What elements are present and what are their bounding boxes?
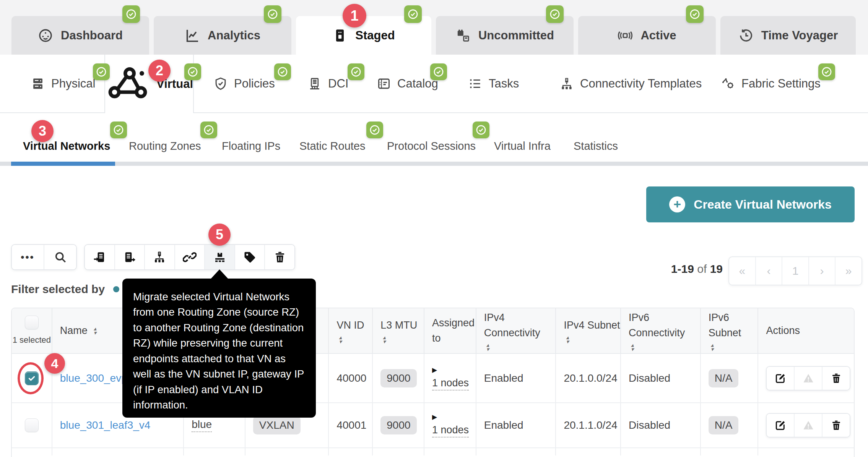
export-icon	[123, 250, 137, 264]
link-button[interactable]	[174, 245, 205, 269]
tab-catalog[interactable]: Catalog	[377, 55, 438, 112]
tasks-icon	[468, 76, 483, 91]
expand-caret-icon[interactable]: ▶	[432, 413, 469, 421]
sort-ipv4-connectivity[interactable]: ▴▾	[486, 343, 489, 351]
link-icon	[183, 250, 197, 264]
tab-virtual[interactable]: Virtual	[104, 55, 194, 113]
physical-check-icon	[93, 63, 110, 80]
prev-page-button[interactable]: ‹	[755, 257, 782, 285]
tab-statistics[interactable]: Statistics	[574, 140, 618, 152]
tab-static-routes[interactable]: Static Routes	[299, 140, 365, 152]
vn-id-value: 40001	[336, 419, 366, 431]
tab-virtual-networks[interactable]: Virtual Networks	[23, 140, 110, 152]
migrate-virtual-networks-button[interactable]	[204, 245, 234, 269]
assigned-nodes-link[interactable]: 1 nodes	[432, 424, 469, 438]
tab-policies[interactable]: Policies	[213, 55, 275, 112]
filter-all-radio[interactable]	[113, 286, 119, 292]
edit-icon	[774, 372, 787, 384]
selected-count: 1 selected	[13, 334, 51, 346]
policies-icon	[213, 76, 228, 91]
dci-icon	[307, 76, 322, 91]
sub-tab-bar: Virtual Networks Routing Zones Floating …	[0, 113, 868, 167]
current-page-button[interactable]: 1	[782, 257, 808, 285]
create-virtual-networks-button[interactable]: + Create Virtual Networks	[646, 186, 855, 222]
tab-virtual-infra[interactable]: Virtual Infra	[494, 140, 551, 152]
edit-button[interactable]	[767, 367, 794, 390]
row-checkbox[interactable]	[25, 371, 39, 385]
tag-button[interactable]	[234, 245, 265, 269]
import-virtual-networks-button[interactable]	[85, 245, 114, 269]
tab-routing-zones[interactable]: Routing Zones	[129, 140, 201, 152]
select-all-checkbox[interactable]	[25, 316, 39, 329]
first-page-button[interactable]: «	[729, 257, 755, 285]
assign-nodes-icon	[153, 250, 166, 264]
annotation-step-3: 3	[31, 120, 54, 142]
bulk-actions-toolbar	[84, 244, 295, 270]
sort-l3-mtu[interactable]: ▴▾	[383, 335, 386, 344]
sort-ipv6-subnet[interactable]: ▴▾	[711, 343, 714, 351]
tab-analytics-label: Analytics	[208, 29, 260, 42]
sort-name[interactable]: ▴▾	[94, 326, 97, 335]
header-ipv4-subnet: IPv4 Subnet▴▾	[556, 308, 621, 353]
edit-button[interactable]	[767, 414, 794, 437]
tab-staged-label: Staged	[355, 29, 395, 42]
pagination-range-values: 1-19	[671, 263, 694, 275]
dashboard-committed-check-icon	[122, 5, 140, 23]
catalog-check-icon	[430, 63, 447, 80]
tab-connectivity-templates-label: Connectivity Templates	[580, 77, 702, 91]
tab-connectivity-templates[interactable]: Connectivity Templates	[559, 55, 702, 112]
routing-zone-value[interactable]: blue	[192, 418, 212, 432]
connectivity-templates-icon	[559, 76, 574, 91]
ipv6-connectivity-value: Disabled	[629, 419, 670, 431]
pagination-total: 19	[710, 263, 723, 275]
row-checkbox[interactable]	[25, 418, 39, 432]
tab-protocol-sessions[interactable]: Protocol Sessions	[387, 140, 476, 152]
tab-fabric-settings-label: Fabric Settings	[741, 77, 821, 91]
assign-to-nodes-button[interactable]	[144, 245, 174, 269]
sort-ipv6-connectivity[interactable]: ▴▾	[631, 343, 634, 351]
more-options-button[interactable]: •••	[12, 245, 44, 269]
next-page-button[interactable]: ›	[808, 257, 835, 285]
main-content: + Create Virtual Networks •••	[0, 167, 868, 457]
last-page-button[interactable]: »	[835, 257, 861, 285]
expand-caret-icon[interactable]: ▶	[432, 366, 469, 374]
search-button[interactable]	[44, 245, 76, 269]
assigned-nodes-link[interactable]: 1 nodes	[432, 377, 469, 391]
policies-check-icon	[274, 63, 291, 80]
tab-uncommitted-label: Uncommitted	[478, 29, 554, 42]
uncommitted-committed-check-icon	[546, 5, 564, 23]
tab-fabric-settings[interactable]: Fabric Settings	[721, 55, 821, 112]
warning-button[interactable]	[794, 414, 822, 437]
filter-label: Filter selected by	[11, 283, 105, 296]
export-virtual-networks-button[interactable]	[114, 245, 145, 269]
warning-icon	[802, 372, 814, 384]
tab-time-voyager[interactable]: Time Voyager	[720, 16, 856, 55]
tab-dci[interactable]: DCI	[307, 55, 348, 112]
section-tab-bar: Physical Virtual Policies DCI Catalog Ta…	[0, 55, 868, 113]
tab-tasks[interactable]: Tasks	[468, 55, 519, 112]
delete-row-button[interactable]	[822, 367, 850, 390]
annotation-step-5: 5	[208, 224, 231, 246]
tab-physical-label: Physical	[51, 77, 95, 91]
warning-button[interactable]	[794, 367, 822, 390]
annotation-step-1: 1	[343, 4, 366, 28]
sub-tab-track	[0, 162, 868, 166]
header-ipv6-connectivity: IPv6 Connectivity▴▾	[621, 308, 701, 353]
tab-physical[interactable]: Physical	[31, 55, 95, 112]
vn-id-value: 40000	[336, 372, 366, 384]
fabric-settings-check-icon	[818, 63, 835, 80]
delete-row-button[interactable]	[822, 414, 850, 437]
create-virtual-networks-label: Create Virtual Networks	[694, 198, 831, 212]
delete-button[interactable]	[264, 245, 294, 269]
table-options-group: •••	[11, 244, 77, 270]
dci-check-icon	[348, 63, 364, 80]
virtual-networks-check-icon	[110, 122, 127, 138]
sort-vn-id[interactable]: ▴▾	[339, 335, 342, 344]
search-icon	[54, 250, 67, 264]
active-committed-check-icon	[686, 5, 704, 23]
virtual-icon	[105, 61, 150, 106]
tab-floating-ips[interactable]: Floating IPs	[222, 140, 280, 152]
physical-icon	[31, 76, 45, 91]
sort-ipv4-subnet[interactable]: ▴▾	[566, 335, 569, 344]
vn-name-link[interactable]: blue_301_leaf3_v4	[60, 419, 151, 431]
